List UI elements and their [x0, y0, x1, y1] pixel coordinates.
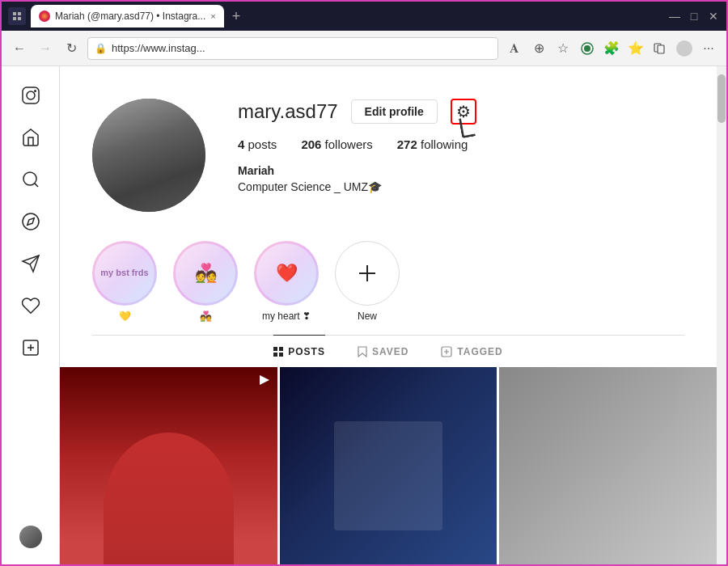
new-tab-button[interactable]: + — [232, 8, 241, 25]
svg-point-10 — [34, 90, 36, 92]
reading-mode-icon[interactable]: 𝐀 — [505, 39, 524, 58]
svg-rect-24 — [273, 353, 277, 357]
sidebar-item-activity[interactable] — [11, 286, 50, 325]
tab-title: Mariah (@mary.asd77) • Instagra... — [55, 11, 205, 22]
story-label-1: 💛 — [119, 310, 131, 322]
refresh-button[interactable]: ↻ — [61, 39, 81, 58]
profile-icon[interactable] — [675, 39, 694, 58]
address-bar: ← → ↻ 🔒 https://www.instag... 𝐀 ⊕ ☆ 🧩 ⭐ … — [2, 31, 726, 66]
content-area: mary.asd77 Edit profile ⚙ 4 posts 206 — [2, 66, 726, 564]
browser-tab[interactable]: Mariah (@mary.asd77) • Instagra... × — [31, 5, 224, 27]
security-icon[interactable] — [578, 39, 597, 58]
story-label-heart: my heart ❣ — [262, 310, 311, 322]
svg-rect-8 — [23, 87, 39, 103]
forward-button[interactable]: → — [36, 39, 55, 58]
tab-posts[interactable]: POSTS — [273, 335, 325, 367]
followers-count: 206 — [301, 137, 321, 151]
favorites-icon[interactable]: ☆ — [553, 39, 573, 58]
svg-point-11 — [23, 172, 36, 185]
browser-frame: Mariah (@mary.asd77) • Instagra... × + —… — [0, 0, 728, 566]
post-1[interactable] — [60, 367, 277, 564]
sidebar-avatar[interactable] — [19, 526, 42, 548]
tab-saved[interactable]: SAVED — [358, 336, 408, 367]
tab-tagged-label: TAGGED — [457, 346, 502, 357]
story-item-heart[interactable]: ❤️ my heart ❣ — [254, 241, 319, 322]
tab-favicon — [39, 11, 50, 22]
profile-info: mary.asd77 Edit profile ⚙ 4 posts 206 — [238, 99, 675, 193]
post-3[interactable] — [499, 367, 717, 564]
profile-avatar-container — [92, 99, 205, 212]
close-button[interactable]: ✕ — [707, 10, 720, 23]
story-label-new: New — [358, 310, 377, 322]
back-button[interactable]: ← — [10, 39, 29, 58]
story-inner-heart: ❤️ — [256, 243, 316, 303]
collections-icon[interactable] — [650, 39, 670, 58]
lock-icon: 🔒 — [95, 43, 107, 54]
tab-tagged[interactable]: TAGGED — [441, 336, 502, 367]
story-item-2[interactable]: 💑 💑 — [173, 241, 238, 322]
sidebar-item-home[interactable] — [11, 118, 50, 157]
svg-rect-23 — [279, 347, 283, 351]
story-circle-heart[interactable]: ❤️ — [254, 241, 319, 306]
url-bar[interactable]: 🔒 https://www.instag... — [87, 37, 498, 60]
story-new-button[interactable] — [335, 241, 400, 306]
profile-top-row: mary.asd77 Edit profile ⚙ — [238, 99, 675, 125]
avatar-image — [92, 99, 205, 212]
profile-username: mary.asd77 — [238, 100, 338, 123]
story-circle-1[interactable]: my bst frds — [92, 241, 157, 306]
extensions-icon[interactable]: 🧩 — [602, 39, 621, 58]
followers-label: followers — [325, 137, 373, 151]
window-controls: — □ ✕ — [668, 10, 720, 23]
zoom-icon[interactable]: ⊕ — [529, 39, 548, 58]
video-icon — [258, 374, 271, 390]
story-item-1[interactable]: my bst frds 💛 — [92, 241, 157, 322]
followers-stat[interactable]: 206 followers — [301, 137, 372, 151]
window-icon — [8, 7, 26, 25]
maximize-button[interactable]: □ — [688, 10, 700, 23]
instagram-sidebar — [2, 66, 60, 564]
sidebar-item-explore[interactable] — [11, 202, 50, 241]
posts-grid — [60, 367, 717, 564]
post-2[interactable] — [280, 367, 497, 564]
posts-label: posts — [248, 137, 277, 151]
svg-point-9 — [27, 91, 35, 99]
profile-area: mary.asd77 Edit profile ⚙ 4 posts 206 — [60, 66, 717, 564]
bookmark-icon[interactable]: ⭐ — [626, 39, 645, 58]
following-label: following — [421, 137, 468, 151]
svg-rect-7 — [658, 45, 664, 53]
sidebar-item-instagram[interactable] — [11, 76, 50, 115]
story-circle-2[interactable]: 💑 — [173, 241, 238, 306]
story-label-2: 💑 — [200, 310, 212, 322]
svg-rect-1 — [18, 12, 21, 15]
svg-line-12 — [34, 184, 37, 187]
minimize-button[interactable]: — — [668, 10, 681, 23]
tab-saved-label: SAVED — [372, 346, 408, 357]
following-stat[interactable]: 272 following — [397, 137, 468, 151]
sidebar-item-direct[interactable] — [11, 244, 50, 283]
following-count: 272 — [397, 137, 417, 151]
more-options-icon[interactable]: ··· — [699, 39, 718, 58]
scrollbar-thumb[interactable] — [717, 74, 726, 123]
tab-close-btn[interactable]: × — [210, 11, 215, 21]
settings-button[interactable]: ⚙ — [451, 99, 476, 125]
tab-posts-label: POSTS — [288, 346, 325, 357]
gear-icon: ⚙ — [456, 102, 471, 121]
sidebar-item-new-post[interactable] — [11, 328, 50, 367]
story-inner-2: 💑 — [176, 243, 235, 303]
svg-marker-14 — [27, 218, 33, 225]
posts-count: 4 — [238, 137, 244, 151]
url-text: https://www.instag... — [112, 42, 205, 54]
svg-rect-22 — [273, 347, 277, 351]
sidebar-item-search[interactable] — [11, 160, 50, 199]
profile-stats: 4 posts 206 followers 272 following — [238, 137, 675, 151]
svg-rect-3 — [18, 17, 21, 20]
svg-point-5 — [584, 45, 590, 52]
edit-profile-button[interactable]: Edit profile — [351, 99, 438, 124]
scrollbar[interactable] — [717, 66, 726, 564]
stories-section: my bst frds 💛 💑 💑 — [60, 228, 717, 335]
profile-header: mary.asd77 Edit profile ⚙ 4 posts 206 — [60, 82, 707, 228]
tabs-section: POSTS SAVED TAGGED — [92, 335, 684, 367]
profile-display-name: Mariah — [238, 164, 675, 177]
story-item-new[interactable]: New — [335, 241, 400, 322]
profile-avatar — [92, 99, 205, 212]
